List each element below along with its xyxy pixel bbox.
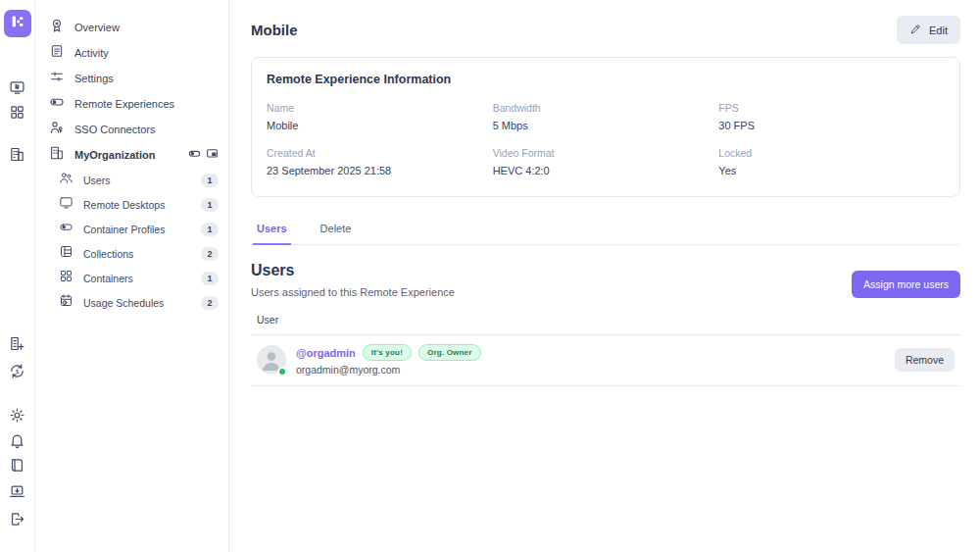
field-locked: Locked Yes	[718, 147, 945, 176]
sidebar-item-label: Activity	[74, 47, 109, 59]
table-row: @orgadmin It's you! Org. Owner orgadmin@…	[251, 335, 960, 386]
field-value: 30 FPS	[718, 120, 945, 131]
sidebar-item-sso-connectors[interactable]: SSO Connectors	[35, 117, 228, 142]
field-label: Bandwidth	[493, 102, 719, 114]
count-badge: 1	[201, 174, 219, 187]
info-fields: Name Mobile Bandwidth 5 Mbps FPS 30 FPS …	[267, 102, 945, 176]
count-badge: 2	[201, 296, 219, 310]
users-table-header: User	[251, 314, 960, 335]
users-section-header: Users Users assigned to this Remote Expe…	[251, 262, 960, 298]
assign-more-users-button[interactable]: Assign more users	[852, 271, 960, 298]
app-logo[interactable]	[4, 10, 31, 37]
cast-icon[interactable]	[206, 146, 219, 164]
user-key-icon	[49, 120, 65, 139]
field-bandwidth: Bandwidth 5 Mbps	[493, 102, 719, 131]
app-root: $ Overview Activity Settings	[0, 0, 980, 552]
calendar-clock-icon	[59, 293, 74, 312]
org-owner-badge: Org. Owner	[418, 344, 481, 361]
sidebar-item-usage-schedules[interactable]: Usage Schedules 2	[35, 290, 228, 315]
field-fps: FPS 30 FPS	[718, 102, 945, 131]
sidebar-item-label: Remote Experiences	[74, 98, 174, 110]
edit-button-label: Edit	[929, 25, 948, 36]
sidebar-item-label: Container Profiles	[83, 224, 165, 235]
tab-users[interactable]: Users	[253, 218, 291, 245]
field-label: Video Format	[493, 147, 719, 159]
building-icon	[49, 145, 65, 165]
count-badge: 1	[201, 272, 219, 285]
field-created-at: Created At 23 September 2025 21:58	[267, 147, 493, 176]
sidebar-item-remote-experiences[interactable]: Remote Experiences	[35, 91, 228, 117]
sidebar-item-activity[interactable]: Activity	[35, 40, 228, 66]
sidebar-item-label: Usage Schedules	[83, 297, 164, 309]
sidebar-item-containers[interactable]: Containers 1	[35, 266, 228, 290]
user-email: orgadmin@myorg.com	[296, 364, 481, 376]
page-header: Mobile Edit	[251, 16, 960, 44]
field-value: Mobile	[267, 120, 493, 131]
user-info: @orgadmin It's you! Org. Owner orgadmin@…	[296, 344, 481, 376]
logo-icon	[10, 14, 25, 33]
toggle-pill-icon	[59, 220, 74, 238]
main-content: Mobile Edit Remote Experience Informatio…	[229, 0, 980, 552]
field-label: Created At	[267, 147, 493, 159]
count-badge: 1	[201, 223, 219, 236]
edit-button[interactable]: Edit	[897, 16, 960, 44]
gear-icon[interactable]	[6, 403, 29, 427]
collection-icon	[59, 244, 74, 263]
sidebar-item-label: Users	[83, 175, 110, 186]
grid-icon	[59, 269, 74, 287]
online-status-dot	[277, 367, 287, 376]
organization-actions	[188, 146, 219, 164]
monitor-cursor-icon[interactable]	[6, 75, 29, 99]
users-section-title: Users	[251, 262, 455, 279]
sidebar-item-label: Containers	[83, 273, 133, 284]
field-value: 23 September 2025 21:58	[267, 165, 493, 176]
laptop-download-icon[interactable]	[6, 479, 29, 503]
toggle-pill-icon	[49, 94, 65, 114]
building-icon[interactable]	[6, 142, 29, 166]
page-title: Mobile	[251, 22, 298, 38]
field-value: Yes	[718, 165, 945, 176]
remote-experience-info-card: Remote Experience Information Name Mobil…	[251, 57, 960, 197]
grid-icon[interactable]	[6, 100, 29, 124]
field-video-format: Video Format HEVC 4:2:0	[493, 147, 719, 176]
sidebar-item-label: SSO Connectors	[74, 124, 156, 135]
field-value: HEVC 4:2:0	[493, 165, 719, 176]
building-plus-icon[interactable]	[6, 331, 29, 355]
sidebar: Overview Activity Settings Remote Experi…	[35, 0, 229, 552]
sidebar-item-collections[interactable]: Collections 2	[35, 241, 228, 266]
sliders-icon	[49, 69, 65, 88]
sidebar-item-users[interactable]: Users 1	[35, 168, 228, 192]
monitor-icon	[59, 195, 74, 214]
sidebar-item-label: Collections	[83, 248, 133, 260]
its-you-badge: It's you!	[363, 344, 412, 361]
toggle-pill-icon[interactable]	[188, 146, 201, 164]
sign-out-icon[interactable]	[6, 507, 29, 530]
sidebar-item-label: MyOrganization	[74, 149, 156, 161]
users-table: User @orgadmin It's you! Org. Owner org	[251, 314, 960, 386]
sidebar-item-label: Remote Desktops	[83, 199, 165, 211]
count-badge: 2	[201, 247, 219, 261]
sidebar-item-overview[interactable]: Overview	[35, 15, 228, 40]
users-section-titles: Users Users assigned to this Remote Expe…	[251, 262, 455, 298]
sidebar-item-label: Overview	[74, 22, 120, 33]
sidebar-item-container-profiles[interactable]: Container Profiles 1	[35, 217, 228, 241]
tab-delete[interactable]: Delete	[317, 218, 356, 244]
book-icon[interactable]	[6, 453, 29, 477]
field-label: FPS	[718, 102, 945, 114]
sidebar-item-settings[interactable]: Settings	[35, 66, 228, 91]
remove-user-button[interactable]: Remove	[895, 348, 955, 372]
field-label: Locked	[718, 147, 945, 159]
users-section-subtitle: Users assigned to this Remote Experience	[251, 286, 455, 298]
count-badge: 1	[201, 198, 219, 212]
username-link[interactable]: @orgadmin	[296, 347, 356, 359]
bell-icon[interactable]	[6, 428, 29, 452]
sidebar-item-remote-desktops[interactable]: Remote Desktops 1	[35, 192, 228, 217]
field-label: Name	[267, 102, 493, 114]
avatar	[257, 345, 286, 375]
field-name: Name Mobile	[267, 102, 493, 131]
card-title: Remote Experience Information	[267, 73, 945, 86]
svg-text:$: $	[16, 368, 20, 374]
sidebar-item-myorganization[interactable]: MyOrganization	[35, 142, 228, 168]
detail-tabs: Users Delete	[251, 218, 960, 245]
sync-dollar-icon[interactable]: $	[6, 359, 29, 382]
